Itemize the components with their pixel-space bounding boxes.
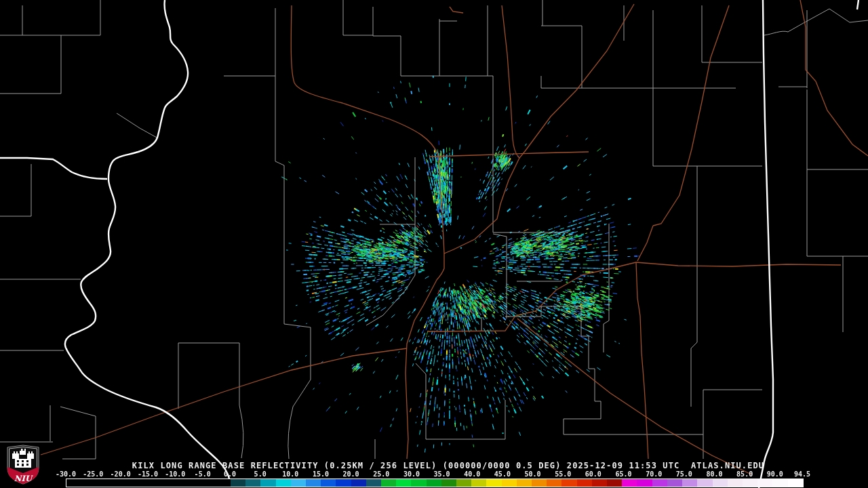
colorbar-tick-label: 40.0 bbox=[464, 470, 480, 478]
colorbar-segment bbox=[561, 479, 576, 487]
colorbar-tick-label: 60.0 bbox=[585, 470, 601, 478]
colorbar-segment bbox=[486, 479, 501, 487]
colorbar-tick-label: 30.0 bbox=[403, 470, 420, 478]
colorbar-tick-label: -30.0 bbox=[56, 470, 76, 478]
colorbar-segment bbox=[321, 479, 336, 487]
colorbar-segment bbox=[547, 479, 561, 487]
colorbar-segment bbox=[682, 479, 697, 487]
colorbar-segment bbox=[772, 479, 787, 487]
colorbar-tick-label: 94.5 bbox=[794, 470, 810, 478]
colorbar-segment bbox=[502, 479, 517, 487]
colorbar-tick-label: -10.0 bbox=[165, 470, 185, 478]
colorbar-segment bbox=[577, 479, 592, 487]
colorbar-segment bbox=[336, 479, 351, 487]
colorbar-segment bbox=[667, 479, 682, 487]
colorbar-tick-label: 85.0 bbox=[736, 470, 753, 478]
colorbar-tick-label: -20.0 bbox=[111, 470, 131, 478]
colorbar-segment bbox=[276, 479, 291, 487]
colorbar-segment bbox=[456, 479, 471, 487]
reflectivity-colorbar bbox=[66, 479, 804, 487]
colorbar-segment bbox=[291, 479, 306, 487]
colorbar-segment bbox=[728, 479, 743, 487]
colorbar-segment bbox=[471, 479, 486, 487]
colorbar-segment bbox=[396, 479, 411, 487]
colorbar-segment bbox=[231, 479, 245, 487]
colorbar-segment bbox=[517, 479, 532, 487]
colorbar-segment bbox=[607, 479, 622, 487]
colorbar-segment bbox=[245, 479, 260, 487]
colorbar-tick-label: -25.0 bbox=[83, 470, 103, 478]
colorbar-tick-label: -5.0 bbox=[195, 470, 211, 478]
niu-logo: NIU bbox=[5, 445, 41, 485]
niu-logo-text: NIU bbox=[14, 474, 33, 483]
colorbar-tick-label: 10.0 bbox=[282, 470, 298, 478]
colorbar-segment bbox=[697, 479, 712, 487]
colorbar-tick-label: 25.0 bbox=[373, 470, 389, 478]
colorbar-tick-label: 80.0 bbox=[706, 470, 722, 478]
radar-image: KILX LONG RANGE BASE REFLECTIVITY (0.25K… bbox=[0, 0, 868, 488]
colorbar-tick-label: 15.0 bbox=[313, 470, 329, 478]
colorbar-segment bbox=[622, 479, 637, 487]
colorbar-tick-label: 90.0 bbox=[767, 470, 783, 478]
colorbar-segment bbox=[260, 479, 275, 487]
colorbar-tick-label: 45.0 bbox=[494, 470, 511, 478]
colorbar-tick-label: 35.0 bbox=[434, 470, 450, 478]
colorbar-segment bbox=[743, 479, 757, 487]
colorbar-segment bbox=[652, 479, 667, 487]
colorbar-segment bbox=[757, 479, 772, 487]
colorbar-segment bbox=[532, 479, 547, 487]
colorbar-tick-label: 75.0 bbox=[676, 470, 692, 478]
colorbar-tick-label: 70.0 bbox=[646, 470, 662, 478]
colorbar-negative-region bbox=[66, 479, 231, 487]
colorbar-segment bbox=[381, 479, 396, 487]
colorbar-tick-label: 20.0 bbox=[343, 470, 359, 478]
colorbar-tick-label: 5.0 bbox=[254, 470, 267, 478]
colorbar-tick-label: -15.0 bbox=[138, 470, 158, 478]
colorbar-tick-label: 0.0 bbox=[224, 470, 236, 478]
colorbar-segment bbox=[713, 479, 728, 487]
colorbar-tick-label: 50.0 bbox=[525, 470, 541, 478]
colorbar-segment bbox=[306, 479, 321, 487]
colorbar-segment bbox=[788, 479, 803, 487]
colorbar-tick-label: 55.0 bbox=[555, 470, 571, 478]
colorbar-segment bbox=[637, 479, 652, 487]
colorbar-segment bbox=[366, 479, 381, 487]
colorbar-area: -30.0-25.0-20.0-15.0-10.0-5.00.05.010.01… bbox=[0, 0, 868, 488]
colorbar-segment bbox=[592, 479, 607, 487]
colorbar-segment bbox=[351, 479, 366, 487]
colorbar-segment bbox=[427, 479, 441, 487]
colorbar-segment bbox=[441, 479, 456, 487]
colorbar-segment bbox=[411, 479, 426, 487]
colorbar-tick-label: 65.0 bbox=[615, 470, 631, 478]
